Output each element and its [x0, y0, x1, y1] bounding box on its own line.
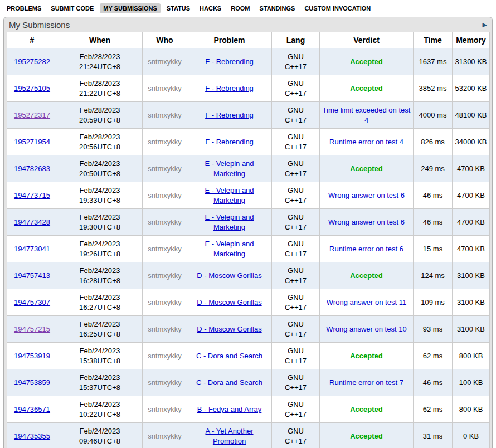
submission-id-link[interactable]: 195272317 [14, 111, 50, 119]
submission-author[interactable]: sntmxykky [148, 245, 182, 253]
submissions-table-body: 195275282 Feb/28/2023 21:24UTC+8 sntmxyk… [7, 48, 490, 448]
submission-when: Feb/28/2023 20:59UTC+8 [57, 102, 143, 129]
submission-id-link[interactable]: 194757413 [14, 271, 50, 280]
nav-item-my-submissions[interactable]: MY SUBMISSIONS [100, 3, 160, 13]
when-time: 16:28UTC+8 [60, 276, 140, 286]
problem-link[interactable]: F - Rebrending [205, 57, 254, 66]
problem-link[interactable]: E - Velepin and Marketing [205, 240, 254, 258]
submission-memory: 34000 KB [453, 129, 490, 155]
problem-link[interactable]: F - Rebrending [205, 111, 254, 119]
submission-id-link[interactable]: 194773428 [14, 218, 50, 226]
submission-when: Feb/24/2023 16:25UTC+8 [57, 316, 143, 343]
when-time: 10:22UTC+8 [60, 410, 140, 420]
verdict-text: Accepted [350, 57, 383, 66]
my-submissions-panel: My Submissions ▶ # When Who Problem Lang… [3, 17, 493, 448]
submission-author[interactable]: sntmxykky [148, 84, 182, 92]
submission-author[interactable]: sntmxykky [148, 218, 182, 226]
problem-link[interactable]: F - Rebrending [205, 138, 254, 146]
lang-text: GNU C++17 [283, 159, 309, 178]
submission-memory: 4700 KB [453, 209, 490, 236]
problem-link[interactable]: A - Yet Another Promotion [205, 427, 253, 445]
problem-link[interactable]: D - Moscow Gorillas [197, 325, 261, 333]
nav-item-hacks[interactable]: HACKS [196, 3, 225, 13]
problem-link[interactable]: C - Dora and Search [196, 352, 262, 360]
submission-author[interactable]: sntmxykky [148, 271, 182, 280]
submission-id-link[interactable]: 194782683 [14, 164, 50, 173]
submission-time: 93 ms [414, 316, 453, 343]
submission-time: 124 ms [414, 262, 453, 289]
submission-when: Feb/24/2023 15:38UTC+8 [57, 343, 143, 369]
problem-link[interactable]: E - Velepin and Marketing [205, 213, 254, 231]
verdict-text: Accepted [350, 432, 383, 440]
submission-when: Feb/24/2023 19:33UTC+8 [57, 182, 143, 209]
header-problem: Problem [187, 32, 272, 48]
submission-time: 46 ms [414, 369, 453, 396]
problem-link[interactable]: D - Moscow Gorillas [197, 271, 261, 280]
header-lang: Lang [272, 32, 320, 48]
submission-when: Feb/24/2023 10:22UTC+8 [57, 396, 143, 423]
submission-author[interactable]: sntmxykky [148, 378, 182, 387]
problem-link[interactable]: B - Fedya and Array [197, 405, 262, 413]
expand-arrow-icon[interactable]: ▶ [483, 22, 487, 28]
table-row: 195272317 Feb/28/2023 20:59UTC+8 sntmxyk… [7, 102, 490, 129]
submission-id-link[interactable]: 195271954 [14, 138, 50, 146]
problem-link[interactable]: E - Velepin and Marketing [205, 159, 254, 178]
submission-author[interactable]: sntmxykky [148, 111, 182, 119]
lang-text: GNU C++17 [283, 212, 309, 232]
when-time: 21:24UTC+8 [60, 62, 140, 72]
problem-link[interactable]: E - Velepin and Marketing [205, 186, 254, 204]
submission-author[interactable]: sntmxykky [148, 138, 182, 146]
header-when: When [57, 32, 143, 48]
nav-item-custom-invocation[interactable]: CUSTOM INVOCATION [301, 3, 374, 13]
submission-author[interactable]: sntmxykky [148, 298, 182, 306]
submission-when: Feb/24/2023 16:27UTC+8 [57, 289, 143, 316]
when-date: Feb/24/2023 [60, 159, 140, 169]
nav-item-standings[interactable]: STANDINGS [256, 3, 298, 13]
submission-id-link[interactable]: 194757215 [14, 325, 50, 333]
submission-when: Feb/24/2023 09:46UTC+8 [57, 423, 143, 448]
nav-item-problems[interactable]: PROBLEMS [3, 3, 45, 13]
submission-lang: GNU C++17 [272, 262, 320, 289]
submission-memory: 800 KB [453, 396, 490, 423]
submission-id-link[interactable]: 194773715 [14, 191, 50, 199]
submission-time: 62 ms [414, 396, 453, 423]
when-date: Feb/28/2023 [60, 79, 140, 89]
submission-id-link[interactable]: 194736571 [14, 405, 50, 413]
table-row: 194757307 Feb/24/2023 16:27UTC+8 sntmxyk… [7, 289, 490, 316]
submission-id-link[interactable]: 194753919 [14, 352, 50, 360]
nav-item-room[interactable]: ROOM [227, 3, 253, 13]
nav-item-status[interactable]: STATUS [163, 3, 193, 13]
submission-id-link[interactable]: 194735355 [14, 432, 50, 440]
submission-author[interactable]: sntmxykky [148, 164, 182, 173]
submission-memory: 4700 KB [453, 155, 490, 182]
submission-time: 826 ms [414, 129, 453, 155]
submission-id-link[interactable]: 194773041 [14, 245, 50, 253]
submission-id-link[interactable]: 194757307 [14, 298, 50, 306]
nav-item-submit-code[interactable]: SUBMIT CODE [47, 3, 97, 13]
submission-lang: GNU C++17 [272, 209, 320, 236]
header-id: # [7, 32, 57, 48]
submission-id-link[interactable]: 194753859 [14, 378, 50, 387]
header-verdict: Verdict [320, 32, 414, 48]
submission-memory: 31300 KB [453, 48, 490, 75]
page-title: My Submissions [9, 20, 70, 30]
when-time: 20:56UTC+8 [60, 142, 140, 152]
submission-author[interactable]: sntmxykky [148, 405, 182, 413]
when-time: 20:50UTC+8 [60, 169, 140, 179]
submission-author[interactable]: sntmxykky [148, 325, 182, 333]
problem-link[interactable]: F - Rebrending [205, 84, 254, 92]
problem-link[interactable]: D - Moscow Gorillas [197, 298, 261, 306]
when-date: Feb/24/2023 [60, 319, 140, 329]
submission-author[interactable]: sntmxykky [148, 352, 182, 360]
submission-id-link[interactable]: 195275282 [14, 57, 50, 66]
submission-author[interactable]: sntmxykky [148, 191, 182, 199]
header-memory: Memory [453, 32, 490, 48]
submission-lang: GNU C++17 [272, 289, 320, 316]
submission-author[interactable]: sntmxykky [148, 432, 182, 440]
when-date: Feb/24/2023 [60, 373, 140, 383]
when-date: Feb/24/2023 [60, 186, 140, 196]
submission-id-link[interactable]: 195275105 [14, 84, 50, 92]
submission-author[interactable]: sntmxykky [148, 57, 182, 66]
problem-link[interactable]: C - Dora and Search [196, 378, 262, 387]
submission-lang: GNU C++17 [272, 236, 320, 262]
